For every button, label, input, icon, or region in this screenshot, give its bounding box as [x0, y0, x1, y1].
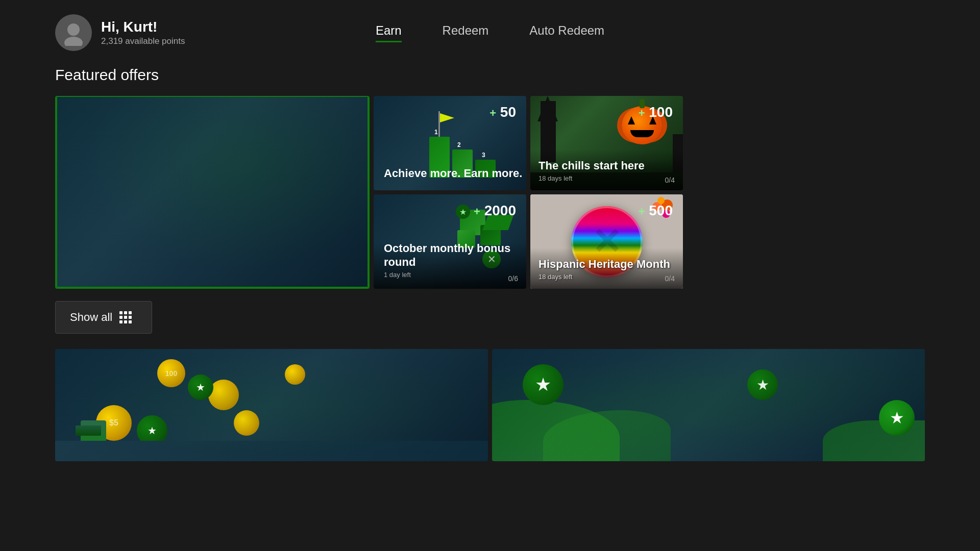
october-content: October monthly bonus round 1 day left	[384, 242, 526, 279]
card-halloween[interactable]: The chills start here 18 days left + 100…	[530, 96, 683, 190]
user-section: Hi, Kurt! 2,319 available points	[55, 14, 185, 51]
show-all-label: Show all	[70, 311, 112, 324]
user-info: Hi, Kurt! 2,319 available points	[101, 19, 185, 46]
main-nav: Earn Redeem Auto Redeem	[376, 23, 604, 42]
achieve-points: + 50	[489, 104, 516, 120]
grid-icon	[119, 311, 132, 323]
featured-title: Featured offers	[55, 66, 925, 84]
hispanic-points: + 500	[639, 203, 673, 219]
bottom-card-right[interactable]: ★ ★ ★	[492, 349, 925, 461]
october-progress: 0/6	[508, 274, 518, 283]
nav-auto-redeem[interactable]: Auto Redeem	[529, 23, 604, 42]
check-2: ✓	[95, 259, 112, 277]
user-points: 2,319 available points	[101, 36, 185, 46]
svg-point-0	[67, 23, 80, 36]
svg-point-1	[64, 37, 83, 46]
header: Hi, Kurt! 2,319 available points Earn Re…	[0, 0, 980, 61]
check-1: ✓	[71, 259, 89, 277]
bottom-row: $5 100 ★ ★	[55, 349, 925, 461]
avatar	[55, 14, 92, 51]
october-points: + 2000	[474, 203, 516, 219]
large-card-footer: ✓ ✓ ✓ 5 days left	[71, 259, 353, 277]
halloween-title: The chills start here	[538, 159, 675, 172]
achieve-title: Achieve more. Earn more.	[384, 167, 522, 180]
large-card-desc: Complete all three activities this week …	[71, 239, 353, 250]
halloween-points: + 100	[639, 104, 673, 120]
checkmarks: ✓ ✓ ✓	[71, 259, 136, 277]
large-card-days-left: 5 days left	[316, 263, 353, 272]
show-all-button[interactable]: Show all	[55, 301, 152, 334]
weekly-badge: WEEKLY STREAKS	[71, 96, 152, 105]
bottom-card-left[interactable]: $5 100 ★ ★	[55, 349, 488, 461]
card-october[interactable]: ✕ ★ October monthly bonus round 1 day le…	[374, 194, 526, 289]
check-3: ✓	[118, 259, 136, 277]
october-title: October monthly bonus round	[384, 242, 526, 269]
halloween-days-left: 18 days left	[538, 174, 675, 182]
achieve-content: Achieve more. Earn more.	[384, 167, 522, 180]
halloween-progress: 0/4	[665, 176, 675, 184]
october-days-left: 1 day left	[384, 271, 526, 279]
bottom-right-art: ★ ★ ★	[492, 349, 925, 461]
hispanic-progress: 0/4	[665, 274, 675, 283]
large-card-content: WEEKLY STREAKS Rewards Weekly Set Comple…	[56, 96, 369, 288]
hispanic-days-left: 18 days left	[538, 273, 675, 281]
card-achieve[interactable]: 1 2 3 Achieve more. Earn more. + 50	[374, 96, 526, 190]
card-hispanic[interactable]: ✕ Hispanic Heritage Month 18 days left	[530, 194, 683, 289]
large-card-title: Rewards Weekly Set	[71, 212, 353, 234]
bottom-left-art: $5 100 ★ ★	[55, 349, 488, 461]
card-weekly-set[interactable]: WEEKLY STREAKS Rewards Weekly Set Comple…	[55, 96, 370, 289]
hispanic-title: Hispanic Heritage Month	[538, 258, 675, 271]
nav-earn[interactable]: Earn	[376, 23, 402, 42]
nav-redeem[interactable]: Redeem	[443, 23, 489, 42]
hispanic-content: Hispanic Heritage Month 18 days left	[538, 258, 675, 281]
user-greeting: Hi, Kurt!	[101, 19, 185, 35]
halloween-content: The chills start here 18 days left	[538, 159, 675, 182]
main-content: Featured offers	[0, 61, 980, 461]
featured-grid: WEEKLY STREAKS Rewards Weekly Set Comple…	[55, 96, 683, 289]
